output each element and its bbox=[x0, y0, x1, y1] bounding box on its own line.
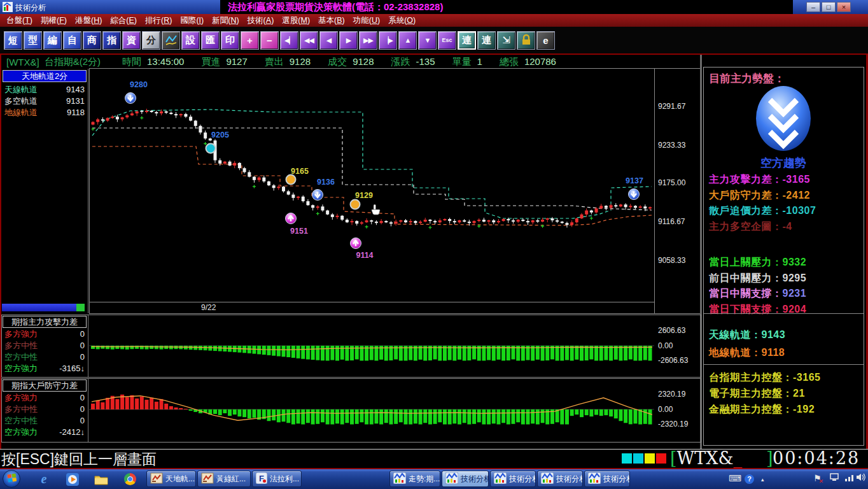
toolbar-button-esc[interactable]: Esc bbox=[438, 31, 456, 50]
toolbar-button-info[interactable]: 資 bbox=[122, 31, 141, 50]
toolbar-button-last[interactable]: ▕▶ bbox=[379, 31, 397, 50]
minimize-button[interactable]: – bbox=[806, 2, 820, 12]
quote-field-value: 9128 bbox=[290, 56, 311, 67]
toolbar-button-swap-window[interactable]: ⇲ bbox=[497, 31, 515, 50]
task-button-7[interactable]: 技術分析 bbox=[584, 471, 630, 487]
network-error-icon[interactable]: ⚑✕ bbox=[813, 473, 826, 483]
toolbar-button-up[interactable]: ▲ bbox=[398, 31, 417, 50]
chrome-icon[interactable] bbox=[122, 471, 138, 487]
stat-line: 散戶追價力差：-10307 bbox=[709, 203, 816, 219]
chart-hscrollbar[interactable] bbox=[2, 304, 76, 311]
menu-item-i[interactable]: 國際(I) bbox=[180, 15, 204, 26]
svg-text:9136: 9136 bbox=[317, 178, 335, 187]
menu-item-b[interactable]: 基本(B) bbox=[318, 15, 345, 26]
signal-icon[interactable] bbox=[845, 473, 853, 483]
menu-item-o[interactable]: 系統(O) bbox=[388, 15, 416, 26]
display-icon[interactable] bbox=[830, 473, 839, 483]
toolbar-button-zoom-in[interactable]: + bbox=[241, 31, 259, 50]
control-stats-group: 台指期主力控盤：-3165電子期主力控盤：21金融期主力控盤：-192 bbox=[709, 369, 820, 417]
quote-field-label: 成交 bbox=[328, 56, 347, 67]
help-icon[interactable]: ? bbox=[745, 473, 754, 484]
start-button[interactable] bbox=[2, 469, 21, 489]
axis-tick: 9058.33 bbox=[658, 256, 685, 265]
stat-label: 前日中關壓力： bbox=[709, 273, 783, 283]
toolbar-button-link-2[interactable]: 連 bbox=[477, 31, 496, 50]
maximize-button[interactable]: □ bbox=[822, 2, 836, 12]
task-button-2[interactable]: F法拉利... bbox=[252, 471, 302, 487]
folder-icon[interactable] bbox=[93, 471, 109, 487]
toolbar-button-custom[interactable]: 自 bbox=[63, 31, 81, 50]
toolbar-button-down[interactable]: ▼ bbox=[418, 31, 437, 50]
toolbar-button-settings[interactable]: 設 bbox=[181, 31, 200, 50]
main-candlestick-chart[interactable]: 92809205916591369129915191149137 bbox=[89, 69, 654, 302]
menu-item-r[interactable]: 排行(R) bbox=[145, 15, 172, 26]
menu-item-u[interactable]: 功能(U) bbox=[353, 15, 380, 26]
orbit-row-label: 多空軌道 bbox=[4, 96, 38, 107]
toolbar-button-export[interactable]: 匯 bbox=[201, 31, 220, 50]
toolbar-button-print[interactable]: 印 bbox=[221, 31, 239, 50]
menu-item-h[interactable]: 港盤(H) bbox=[75, 15, 102, 26]
toolbar-button-zoom-out[interactable]: − bbox=[260, 31, 279, 50]
toolbar-button-indicator[interactable]: 指 bbox=[102, 31, 121, 50]
chart-hscrollbar-thumb[interactable] bbox=[76, 304, 85, 311]
attack-row: 多方中性0 bbox=[1, 340, 88, 351]
toolbar-button-chart[interactable] bbox=[162, 31, 180, 50]
quote-field-label: 總張 bbox=[500, 56, 519, 67]
attack-row: 多方強力0 bbox=[1, 329, 88, 340]
axis-tick: -2606.63 bbox=[658, 356, 688, 365]
title-bar[interactable]: 技術分析 法拉利贏家股票期貨決策軟體(電話：02-23832828) – □ × bbox=[0, 0, 868, 14]
menu-item-m[interactable]: 選股(M) bbox=[282, 15, 310, 26]
keyboard-icon[interactable]: ⌨ bbox=[729, 473, 741, 483]
task-button-icon bbox=[393, 472, 406, 486]
ie-icon[interactable]: e bbox=[36, 471, 52, 487]
toolbar-button-edit[interactable]: 編 bbox=[43, 31, 62, 50]
close-button[interactable]: × bbox=[837, 2, 851, 12]
orbit-row: 多空軌道9131 bbox=[1, 96, 88, 107]
toolbar-button-lock[interactable] bbox=[517, 31, 535, 50]
task-button-3[interactable]: 走勢:期... bbox=[389, 471, 440, 487]
toolbar-button-type[interactable]: 型 bbox=[24, 31, 42, 50]
app-icon bbox=[3, 2, 13, 12]
defense-row: 空方強力-2412↓ bbox=[1, 427, 88, 438]
quote-field-label: 時間 bbox=[122, 56, 141, 67]
toolbar-button-first[interactable]: ◀▏ bbox=[280, 31, 298, 50]
task-button-5[interactable]: 技術分析 bbox=[490, 471, 536, 487]
annotation-9165: 9165 bbox=[286, 167, 309, 185]
toolbar-button-prev[interactable]: ◀ bbox=[319, 31, 338, 50]
stat-label: 當日上關壓力： bbox=[709, 257, 783, 267]
software-banner: 法拉利贏家股票期貨決策軟體(電話：02-23832828) bbox=[220, 0, 793, 14]
toolbar-button-product[interactable]: 商 bbox=[83, 31, 101, 50]
menu-item-f[interactable]: 期權(F) bbox=[41, 15, 67, 26]
toolbar-button-link-1[interactable]: 連 bbox=[458, 31, 476, 50]
menu-item-a[interactable]: 技術(A) bbox=[248, 15, 274, 26]
svg-text:9151: 9151 bbox=[290, 227, 308, 236]
menu-item-t[interactable]: 台盤(T) bbox=[6, 15, 32, 26]
defense-panel-title: 期指大戶防守力差 bbox=[3, 379, 87, 392]
menu-item-e[interactable]: 綜合(E) bbox=[110, 15, 137, 26]
status-symbol-entry[interactable]: [WTX&_] bbox=[670, 448, 773, 468]
task-button-0[interactable]: 天地軌... bbox=[146, 471, 196, 487]
task-button-label: 走勢:期... bbox=[409, 474, 440, 485]
defense-row-label: 多方強力 bbox=[4, 392, 38, 404]
defense-histogram-chart[interactable] bbox=[89, 379, 654, 443]
wmp-icon[interactable] bbox=[64, 471, 81, 487]
toolbar-button-analysis[interactable]: 分 bbox=[142, 31, 160, 50]
orbit-row-label: 天線軌道 bbox=[4, 84, 38, 96]
task-button-6[interactable]: 技術分析 bbox=[537, 471, 583, 487]
toolbar-button-short[interactable]: 短 bbox=[4, 31, 22, 50]
toolbar-button-forward[interactable]: ▶▶ bbox=[359, 31, 377, 50]
task-button-icon bbox=[541, 472, 554, 486]
volume-icon[interactable] bbox=[856, 473, 865, 483]
task-button-1[interactable]: 黃綠紅... bbox=[197, 471, 251, 487]
toolbar-button-user[interactable]: e bbox=[536, 31, 555, 50]
quote-field-value: 9128 bbox=[353, 56, 374, 67]
attack-histogram-chart[interactable] bbox=[89, 315, 654, 377]
toolbar-button-next[interactable]: ▶ bbox=[339, 31, 358, 50]
stat-value: -3165 bbox=[783, 174, 810, 185]
toolbar-button-rewind[interactable]: ◀◀ bbox=[300, 31, 318, 50]
menu-item-n[interactable]: 新聞(N) bbox=[212, 15, 239, 26]
expand-icon[interactable]: ▴ bbox=[761, 473, 764, 483]
stat-label: 地線軌道： bbox=[709, 347, 762, 358]
task-button-4[interactable]: 技術分析 bbox=[442, 471, 489, 487]
stat-value: 9332 bbox=[783, 257, 807, 267]
